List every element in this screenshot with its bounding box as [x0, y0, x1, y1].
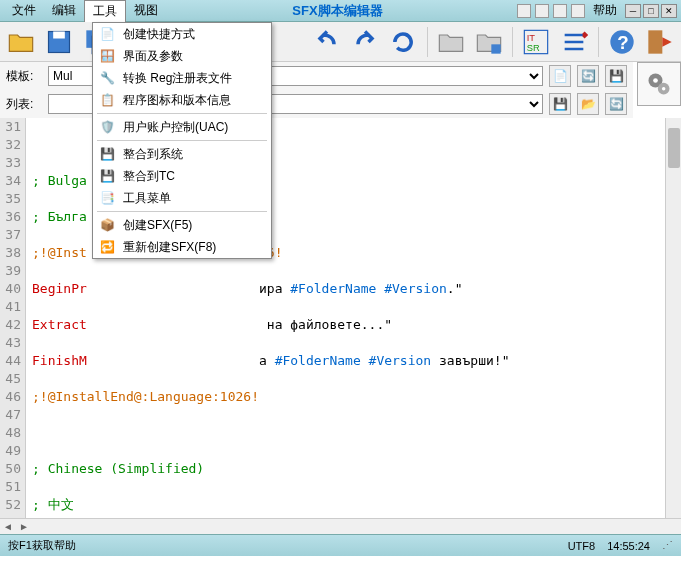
- titlebar-icon-1[interactable]: [517, 4, 531, 18]
- svg-text:SR: SR: [527, 43, 540, 53]
- list-btn-1[interactable]: 💾: [549, 93, 571, 115]
- list-icon: 📑: [99, 190, 115, 206]
- menu-create-shortcut[interactable]: 📄创建快捷方式: [93, 23, 271, 45]
- folder-button[interactable]: [434, 24, 468, 60]
- save-icon: 💾: [99, 146, 115, 162]
- menu-uac[interactable]: 🛡️用户账户控制(UAC): [93, 116, 271, 138]
- arrow-right[interactable]: ►: [16, 521, 32, 532]
- titlebar-icon-3[interactable]: [553, 4, 567, 18]
- status-bar: 按F1获取帮助 UTF8 14:55:24 ⋰: [0, 534, 681, 556]
- exit-button[interactable]: [643, 24, 677, 60]
- svg-rect-10: [648, 30, 662, 53]
- svg-rect-1: [54, 31, 66, 38]
- help-button[interactable]: ?: [605, 24, 639, 60]
- menu-file[interactable]: 文件: [4, 0, 44, 21]
- redo-button[interactable]: [348, 24, 382, 60]
- menu-icon-version[interactable]: 📋程序图标和版本信息: [93, 89, 271, 111]
- close-button[interactable]: ✕: [661, 4, 677, 18]
- shield-icon: 🛡️: [99, 119, 115, 135]
- menu-ui-params[interactable]: 🪟界面及参数: [93, 45, 271, 67]
- menu-tools[interactable]: 工具: [84, 0, 126, 22]
- svg-text:IT: IT: [527, 32, 536, 42]
- menu-integrate-tc[interactable]: 💾整合到TC: [93, 165, 271, 187]
- menu-integrate-system[interactable]: 💾整合到系统: [93, 143, 271, 165]
- template-btn-1[interactable]: 📄: [549, 65, 571, 87]
- maximize-button[interactable]: □: [643, 4, 659, 18]
- ui-icon: 🪟: [99, 48, 115, 64]
- titlebar-icon-2[interactable]: [535, 4, 549, 18]
- menu-convert-reg[interactable]: 🔧转换 Reg注册表文件: [93, 67, 271, 89]
- template-btn-2[interactable]: 🔄: [577, 65, 599, 87]
- info-icon: 📋: [99, 92, 115, 108]
- list-label: 列表:: [6, 96, 42, 113]
- svg-point-14: [662, 87, 666, 91]
- build-icon: 📦: [99, 217, 115, 233]
- list-button[interactable]: [557, 24, 591, 60]
- app-title: SFX脚本编辑器: [166, 2, 509, 20]
- scrollbar-thumb[interactable]: [668, 128, 680, 168]
- menu-rebuild-sfx[interactable]: 🔁重新创建SFX(F8): [93, 236, 271, 258]
- status-hint: 按F1获取帮助: [8, 538, 76, 553]
- svg-text:?: ?: [617, 32, 628, 53]
- minimize-button[interactable]: ─: [625, 4, 641, 18]
- reg-icon: 🔧: [99, 70, 115, 86]
- tools-dropdown: 📄创建快捷方式 🪟界面及参数 🔧转换 Reg注册表文件 📋程序图标和版本信息 🛡…: [92, 22, 272, 259]
- template-label: 模板:: [6, 68, 42, 85]
- menu-view[interactable]: 视图: [126, 0, 166, 21]
- open-button[interactable]: [4, 24, 38, 60]
- settings-button[interactable]: [637, 62, 681, 106]
- shortcut-icon: 📄: [99, 26, 115, 42]
- list-btn-2[interactable]: 📂: [577, 93, 599, 115]
- list-btn-3[interactable]: 🔄: [605, 93, 627, 115]
- refresh-button[interactable]: [386, 24, 420, 60]
- menu-tools-menu[interactable]: 📑工具菜单: [93, 187, 271, 209]
- status-resize-grip[interactable]: ⋰: [662, 539, 673, 552]
- menu-edit[interactable]: 编辑: [44, 0, 84, 21]
- titlebar-icon-4[interactable]: [571, 4, 585, 18]
- save-icon: 💾: [99, 168, 115, 184]
- rebuild-icon: 🔁: [99, 239, 115, 255]
- folder2-button[interactable]: [472, 24, 506, 60]
- line-gutter: 3132333435363738394041424344454647484950…: [0, 118, 26, 518]
- menu-create-sfx[interactable]: 📦创建SFX(F5): [93, 214, 271, 236]
- save-button[interactable]: [42, 24, 76, 60]
- undo-button[interactable]: [310, 24, 344, 60]
- bottom-bar: ◄ ►: [0, 518, 681, 534]
- itsr-button[interactable]: ITSR: [519, 24, 553, 60]
- svg-point-12: [653, 78, 658, 83]
- arrow-left[interactable]: ◄: [0, 521, 16, 532]
- vertical-scrollbar[interactable]: [665, 118, 681, 518]
- status-encoding: UTF8: [568, 540, 596, 552]
- status-time: 14:55:24: [607, 540, 650, 552]
- menu-help[interactable]: 帮助: [585, 0, 625, 21]
- template-btn-3[interactable]: 💾: [605, 65, 627, 87]
